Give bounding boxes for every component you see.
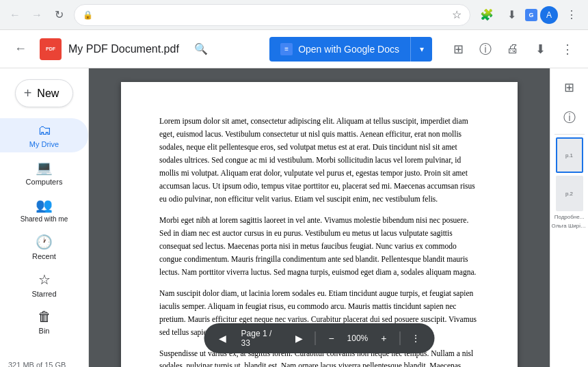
total-pages: 33 bbox=[241, 338, 250, 348]
sidebar-item-bin[interactable]: 🗑 Bin bbox=[0, 305, 88, 339]
browser-bar: ← → ↻ 🔒 https://drive.google.com/drive/m… bbox=[0, 0, 588, 30]
sidebar-item-starred[interactable]: ☆ Starred bbox=[0, 267, 88, 302]
lock-icon: 🔒 bbox=[83, 10, 93, 20]
print-button[interactable]: 🖨 bbox=[500, 37, 525, 62]
pdf-icon: PDF bbox=[40, 38, 62, 60]
page-indicator: Page 1 / 33 bbox=[236, 329, 286, 348]
toolbar-divider-2 bbox=[399, 331, 400, 345]
next-page-button[interactable]: ▶ bbox=[289, 327, 309, 349]
open-with-dropdown-button[interactable]: ▾ bbox=[410, 37, 432, 62]
docs-icon bbox=[280, 43, 293, 55]
zoom-out-button[interactable]: − bbox=[321, 327, 341, 349]
sidebar-item-shared[interactable]: 👥 Shared with me bbox=[0, 193, 88, 227]
toolbar-right-actions: ⊞ ⓘ 🖨 ⬇ ⋮ bbox=[446, 37, 580, 62]
more-button[interactable]: ⋮ bbox=[555, 37, 580, 62]
new-label: New bbox=[37, 87, 59, 100]
shared-icon: 👥 bbox=[36, 197, 53, 213]
new-button[interactable]: + New bbox=[15, 79, 74, 107]
star-icon[interactable]: ☆ bbox=[452, 8, 462, 21]
storage-label: 321 MB of 15 GB used bbox=[8, 361, 66, 367]
extension-icon[interactable]: G bbox=[525, 9, 537, 21]
download-button[interactable]: ⬇ bbox=[528, 37, 552, 62]
browser-menu-button[interactable]: ⋮ bbox=[561, 4, 583, 26]
sidebar-item-my-drive[interactable]: 🗂 My Drive bbox=[0, 118, 88, 152]
right-panel-divider bbox=[554, 134, 585, 135]
page-separator: / bbox=[269, 329, 271, 338]
address-bar[interactable]: 🔒 https://drive.google.com/drive/my-driv… bbox=[74, 4, 470, 26]
toolbar-divider bbox=[315, 331, 316, 345]
right-panel-name-2: Ольга Ширін... bbox=[552, 223, 587, 229]
sidebar-item-label: Starred bbox=[31, 290, 56, 298]
sidebar-item-recent[interactable]: 🕐 Recent bbox=[0, 230, 88, 264]
sidebar-item-label: Shared with me bbox=[21, 215, 68, 223]
right-panel-grid-button[interactable]: ⊞ bbox=[556, 74, 583, 101]
right-panel: ⊞ ⓘ p.1 p.2 Подробне... Ольга Ширін... bbox=[550, 68, 588, 367]
extensions-button[interactable]: 🧩 bbox=[476, 4, 498, 26]
sidebar-item-label: My Drive bbox=[29, 140, 59, 148]
bin-icon: 🗑 bbox=[38, 309, 51, 325]
zoom-in-button[interactable]: + bbox=[373, 327, 394, 349]
plus-icon: + bbox=[24, 85, 32, 101]
forward-button[interactable]: → bbox=[27, 5, 46, 25]
browser-actions: 🧩 ⬇ G A ⋮ bbox=[476, 4, 583, 26]
pdf-more-button[interactable]: ⋮ bbox=[405, 327, 426, 349]
my-drive-icon: 🗂 bbox=[38, 122, 51, 138]
grid-view-button[interactable]: ⊞ bbox=[446, 37, 470, 62]
download-status-button[interactable]: ⬇ bbox=[500, 4, 522, 26]
profile-avatar[interactable]: A bbox=[540, 6, 558, 24]
zoom-level: 100% bbox=[345, 334, 371, 343]
refresh-button[interactable]: ↻ bbox=[49, 5, 68, 25]
file-title: My PDF Document.pdf bbox=[68, 43, 179, 55]
page-thumbnail-2[interactable]: p.2 bbox=[556, 176, 583, 211]
pdf-paragraph-2: Morbi eget nibh at lorem sagittis laoree… bbox=[159, 214, 479, 279]
profile-initial: A bbox=[546, 10, 552, 20]
back-button[interactable]: ← bbox=[5, 5, 25, 25]
search-button[interactable]: 🔍 bbox=[190, 38, 212, 60]
right-panel-info-button[interactable]: ⓘ bbox=[556, 104, 583, 131]
sidebar-item-label: Computers bbox=[26, 178, 63, 186]
sidebar: + New 🗂 My Drive 💻 Computers 👥 Shared wi… bbox=[0, 68, 89, 367]
browser-nav-buttons: ← → ↻ bbox=[5, 5, 68, 25]
sidebar-item-computers[interactable]: 💻 Computers bbox=[0, 155, 88, 190]
pdf-paragraph-1: Lorem ipsum dolor sit amet, consectetur … bbox=[159, 115, 479, 206]
storage-section: 321 MB of 15 GB used bbox=[0, 355, 88, 367]
sidebar-item-label: Recent bbox=[32, 252, 56, 260]
thumb-label-2: p.2 bbox=[565, 191, 573, 197]
computers-icon: 💻 bbox=[36, 159, 53, 176]
pdf-bottom-toolbar: ◀ Page 1 / 33 ▶ − 100% + ⋮ bbox=[204, 323, 435, 353]
url-input[interactable]: https://drive.google.com/drive/my-drive bbox=[97, 10, 448, 20]
page-label: Page bbox=[241, 329, 260, 338]
page-thumbnail-1[interactable]: p.1 bbox=[556, 137, 583, 173]
file-icon: PDF bbox=[38, 37, 63, 62]
thumb-label-1: p.1 bbox=[565, 152, 573, 159]
main-area: + New 🗂 My Drive 💻 Computers 👥 Shared wi… bbox=[0, 68, 588, 367]
starred-icon: ☆ bbox=[38, 271, 51, 288]
app-toolbar: ← PDF My PDF Document.pdf 🔍 Open with Go… bbox=[0, 30, 588, 68]
recent-icon: 🕐 bbox=[36, 234, 53, 250]
right-panel-name-1: Подробне... bbox=[554, 214, 585, 220]
open-with-group: Open with Google Docs ▾ bbox=[269, 37, 432, 62]
open-with-docs-button[interactable]: Open with Google Docs bbox=[269, 37, 410, 62]
current-page: 1 bbox=[263, 329, 267, 338]
open-with-label: Open with Google Docs bbox=[298, 44, 399, 55]
sidebar-item-label: Bin bbox=[39, 327, 50, 335]
drive-back-button[interactable]: ← bbox=[8, 37, 33, 62]
pdf-viewer[interactable]: Lorem ipsum dolor sit amet, consectetur … bbox=[89, 68, 550, 367]
info-button[interactable]: ⓘ bbox=[473, 37, 498, 62]
prev-page-button[interactable]: ◀ bbox=[213, 327, 233, 349]
